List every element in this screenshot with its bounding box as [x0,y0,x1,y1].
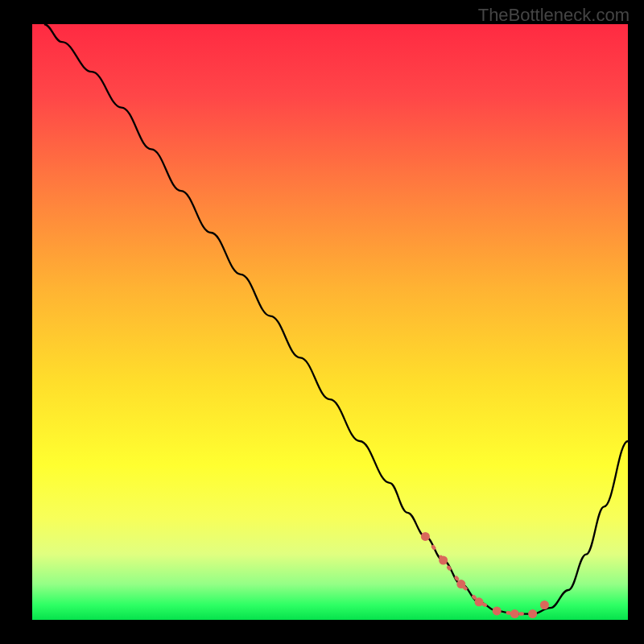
plot-area [32,24,628,620]
svg-point-4 [493,606,502,615]
svg-point-3 [475,597,484,606]
svg-point-5 [510,609,519,618]
svg-point-2 [456,580,465,588]
gradient-background [32,24,628,620]
svg-point-0 [421,532,430,541]
chart-svg [32,24,628,620]
chart-container: TheBottleneck.com [0,0,644,644]
svg-point-1 [439,556,448,565]
svg-point-6 [528,609,537,618]
svg-point-7 [540,601,549,609]
watermark-text: TheBottleneck.com [478,5,630,26]
